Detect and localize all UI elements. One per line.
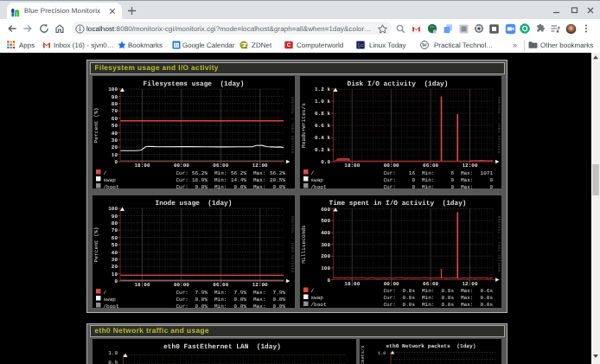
svg-text:Max:: Max: bbox=[461, 170, 473, 176]
svg-text:Max:: Max: bbox=[461, 288, 473, 294]
svg-text:/: / bbox=[104, 290, 107, 296]
svg-text:0.0s: 0.0s bbox=[403, 288, 416, 294]
svg-text:00:00: 00:00 bbox=[174, 163, 189, 169]
svg-text:Percent (%): Percent (%) bbox=[93, 108, 99, 144]
svg-text:14.4%: 14.4% bbox=[231, 177, 246, 183]
svg-text:Cur:: Cur: bbox=[384, 288, 396, 294]
svg-text:Cur:: Cur: bbox=[176, 170, 188, 176]
svg-text:Max:: Max: bbox=[461, 302, 473, 308]
svg-text:[c: [c bbox=[357, 43, 364, 49]
svg-text:0.6 k: 0.6 k bbox=[315, 123, 330, 129]
svg-text:0.6s: 0.6s bbox=[481, 288, 494, 294]
svg-text:100: 100 bbox=[108, 86, 118, 93]
svg-text:Cur:: Cur: bbox=[176, 297, 188, 303]
svg-text:W: W bbox=[422, 43, 427, 48]
svg-text:Max:: Max: bbox=[461, 177, 473, 183]
svg-text:0.0%: 0.0% bbox=[234, 303, 247, 309]
svg-text:80: 80 bbox=[112, 101, 118, 107]
svg-text:eth0 FastEthernet LAN (1day): eth0 FastEthernet LAN (1day) bbox=[163, 343, 281, 351]
svg-text:06:00: 06:00 bbox=[423, 281, 438, 287]
svg-text:Min:: Min: bbox=[214, 303, 227, 309]
svg-text:70: 70 bbox=[112, 108, 118, 114]
svg-text:31: 31 bbox=[174, 44, 179, 48]
svg-text:100: 100 bbox=[321, 265, 330, 271]
svg-text:Min:: Min: bbox=[422, 184, 434, 189]
svg-text:00:00: 00:00 bbox=[384, 281, 399, 287]
svg-text:0: 0 bbox=[450, 177, 454, 183]
svg-text:Min:: Min: bbox=[214, 170, 227, 176]
svg-text:/boot: /boot bbox=[311, 302, 327, 308]
svg-text:56.2%: 56.2% bbox=[231, 170, 246, 176]
svg-text:/boot: /boot bbox=[104, 303, 119, 309]
svg-text:0.0: 0.0 bbox=[321, 159, 330, 165]
svg-text:Cur:: Cur: bbox=[384, 177, 396, 183]
svg-text:Cur:: Cur: bbox=[384, 295, 396, 301]
svg-text:Min:: Min: bbox=[422, 170, 434, 176]
svg-text:RRDTOOL / TOBI OETIKER: RRDTOOL / TOBI OETIKER bbox=[496, 216, 501, 273]
svg-text:500: 500 bbox=[321, 218, 330, 224]
svg-text:Cur:: Cur: bbox=[176, 184, 188, 189]
svg-text:0.4 k: 0.4 k bbox=[315, 135, 330, 141]
svg-text:/: / bbox=[311, 170, 315, 176]
svg-text:0: 0 bbox=[489, 177, 493, 183]
svg-text:30: 30 bbox=[112, 257, 118, 263]
svg-text:50: 50 bbox=[112, 242, 118, 248]
svg-text:12:00: 12:00 bbox=[462, 163, 477, 169]
svg-text:swap: swap bbox=[104, 177, 117, 183]
svg-text:6: 6 bbox=[450, 170, 454, 176]
svg-text:Milliseconds: Milliseconds bbox=[301, 225, 307, 264]
svg-text:/boot: /boot bbox=[311, 184, 327, 189]
svg-text:0.0s: 0.0s bbox=[403, 295, 416, 301]
svg-text:30: 30 bbox=[112, 137, 118, 144]
svg-text:0.0s: 0.0s bbox=[442, 302, 455, 308]
svg-text:Time spent in I/O activity (1: Time spent in I/O activity (1day) bbox=[329, 200, 466, 208]
svg-text:Min:: Min: bbox=[422, 295, 434, 301]
svg-text:10: 10 bbox=[112, 152, 118, 158]
svg-text:RRDTOOL / TOBI OETIKER: RRDTOOL / TOBI OETIKER bbox=[290, 97, 295, 154]
svg-text:0.0%: 0.0% bbox=[234, 184, 247, 189]
svg-text:1.0 k: 1.0 k bbox=[315, 99, 330, 105]
svg-text:0: 0 bbox=[114, 159, 118, 165]
svg-text:90: 90 bbox=[112, 214, 118, 220]
svg-text:20: 20 bbox=[112, 144, 118, 150]
svg-text:06:00: 06:00 bbox=[213, 163, 228, 169]
svg-text:Min:: Min: bbox=[214, 177, 227, 183]
svg-text:60: 60 bbox=[112, 116, 118, 122]
svg-text:0.0%: 0.0% bbox=[273, 303, 286, 309]
svg-text:0.0%: 0.0% bbox=[273, 297, 286, 303]
svg-text:0.0s: 0.0s bbox=[442, 288, 455, 294]
svg-text:swap: swap bbox=[311, 295, 324, 301]
svg-text:Max:: Max: bbox=[253, 297, 265, 303]
svg-text:50: 50 bbox=[112, 123, 118, 129]
svg-text:18.9%: 18.9% bbox=[192, 177, 207, 183]
svg-text:06:00: 06:00 bbox=[423, 163, 438, 169]
svg-text:06:00: 06:00 bbox=[213, 282, 228, 288]
svg-text:400: 400 bbox=[321, 230, 330, 236]
svg-text:7.9%: 7.9% bbox=[234, 290, 247, 296]
svg-text:20: 20 bbox=[112, 264, 118, 270]
svg-text:Inode usage (1day): Inode usage (1day) bbox=[156, 200, 233, 208]
svg-text:Percent (%): Percent (%) bbox=[93, 227, 99, 263]
svg-text:56.2%: 56.2% bbox=[192, 170, 207, 176]
svg-text:0.0%: 0.0% bbox=[195, 303, 208, 309]
svg-text:80: 80 bbox=[112, 220, 118, 227]
svg-text:90: 90 bbox=[112, 94, 118, 100]
svg-text:Disk I/O activity (1day): Disk I/O activity (1day) bbox=[348, 80, 449, 88]
svg-text:200: 200 bbox=[321, 253, 330, 259]
svg-text:40: 40 bbox=[112, 131, 118, 137]
svg-text:Reads+Writes/s: Reads+Writes/s bbox=[301, 103, 307, 148]
svg-text:Min:: Min: bbox=[422, 302, 434, 308]
svg-text:70: 70 bbox=[112, 227, 118, 233]
svg-text:40: 40 bbox=[112, 250, 118, 256]
svg-text:Min:: Min: bbox=[214, 290, 227, 296]
svg-text:C: C bbox=[286, 42, 290, 48]
svg-text:0: 0 bbox=[114, 278, 118, 284]
svg-text:Cur:: Cur: bbox=[384, 170, 396, 176]
svg-text:12:00: 12:00 bbox=[252, 163, 268, 169]
svg-text:300: 300 bbox=[321, 242, 330, 248]
svg-text:Max:: Max: bbox=[461, 295, 473, 301]
svg-text:Max:: Max: bbox=[253, 170, 265, 176]
svg-text:0: 0 bbox=[412, 184, 415, 189]
svg-text:swap: swap bbox=[311, 177, 324, 183]
svg-text:/boot: /boot bbox=[104, 184, 119, 189]
